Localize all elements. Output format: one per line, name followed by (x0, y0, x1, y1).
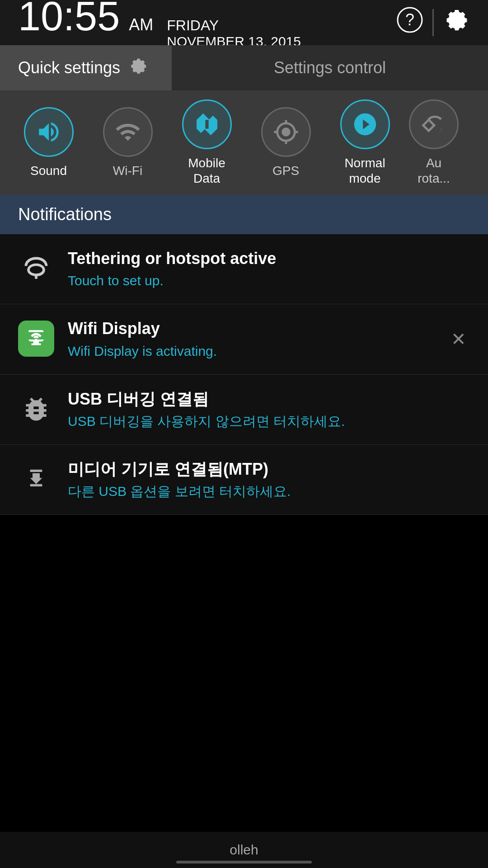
status-divider (432, 9, 434, 36)
mtp-title: 미디어 기기로 연결됨(MTP) (68, 459, 470, 479)
notification-wifi-display[interactable]: Wifi Display Wifi Display is activating.… (0, 304, 488, 374)
tab-quick-label: Quick settings (18, 58, 120, 77)
tethering-text: Tethering or hotspot active Touch to set… (68, 249, 470, 289)
sound-icon-circle (24, 107, 74, 157)
usb-debug-subtitle: USB 디버깅을 사용하지 않으려면 터치하세요. (68, 412, 470, 430)
wifi-display-title: Wifi Display (68, 319, 434, 338)
carrier-name: olleh (230, 842, 258, 858)
tethering-subtitle: Touch to set up. (68, 272, 470, 289)
notification-tethering[interactable]: Tethering or hotspot active Touch to set… (0, 234, 488, 304)
bottom-bar: olleh (0, 832, 488, 868)
wifi-icon-circle (103, 107, 153, 157)
wifi-display-subtitle: Wifi Display is activating. (68, 342, 434, 360)
tab-settings-label: Settings control (274, 58, 386, 77)
notifications-title: Notifications (18, 205, 112, 224)
mtp-text: 미디어 기기로 연결됨(MTP) 다른 USB 옵션을 보려면 터치하세요. (68, 459, 470, 500)
auto-rotate-label: Au rota... (418, 156, 450, 186)
wifi-display-close-button[interactable]: ✕ (447, 325, 470, 353)
tabs: Quick settings Settings control (0, 45, 488, 90)
wifi-display-icon-wrap (18, 321, 54, 357)
time-block: 10:55 AM (18, 0, 153, 37)
toggle-wifi[interactable]: Wi-Fi (93, 107, 163, 179)
auto-rotate-icon-circle (409, 99, 459, 149)
wifi-display-green-icon (18, 321, 54, 357)
tab-quick-settings[interactable]: Quick settings (0, 45, 172, 90)
mobile-data-label: Mobile Data (188, 156, 225, 186)
settings-gear-icon[interactable] (443, 6, 470, 39)
quick-toggles: Sound Wi-Fi Mobile Data (0, 90, 488, 195)
tab-gear-icon (128, 56, 148, 80)
date-block: FRIDAY NOVEMBER 13, 2015 (167, 17, 301, 49)
gps-icon-circle (261, 107, 311, 157)
normal-mode-icon-circle (340, 99, 390, 149)
clock-ampm: AM (129, 15, 153, 34)
svg-text:?: ? (405, 10, 414, 29)
mtp-icon-wrap (18, 461, 54, 497)
mtp-subtitle: 다른 USB 옵션을 보려면 터치하세요. (68, 482, 470, 500)
help-icon[interactable]: ? (396, 6, 423, 39)
status-bar: 10:55 AM FRIDAY NOVEMBER 13, 2015 ? (0, 0, 488, 45)
notification-mtp[interactable]: 미디어 기기로 연결됨(MTP) 다른 USB 옵션을 보려면 터치하세요. (0, 445, 488, 515)
normal-mode-label: Normal mode (344, 156, 385, 186)
sound-label: Sound (30, 163, 67, 179)
notification-usb-debug[interactable]: USB 디버깅 연결됨 USB 디버깅을 사용하지 않으려면 터치하세요. (0, 375, 488, 445)
usb-debug-text: USB 디버깅 연결됨 USB 디버깅을 사용하지 않으려면 터치하세요. (68, 389, 470, 430)
mobile-data-icon-circle (182, 99, 232, 149)
toggle-sound[interactable]: Sound (14, 107, 84, 179)
usb-debug-icon-wrap (18, 391, 54, 427)
day-name: FRIDAY (167, 17, 219, 34)
toggle-gps[interactable]: GPS (251, 107, 321, 179)
notifications-header: Notifications (0, 195, 488, 234)
status-icons: ? (396, 6, 470, 39)
wifi-display-text: Wifi Display Wifi Display is activating. (68, 319, 434, 359)
toggle-auto-rotate[interactable]: Au rota... (409, 99, 459, 186)
toggle-normal-mode[interactable]: Normal mode (330, 99, 400, 186)
wifi-label: Wi-Fi (113, 163, 142, 179)
clock-time: 10:55 (18, 0, 120, 37)
quick-settings-panel: Quick settings Settings control Sound (0, 45, 488, 195)
usb-debug-title: USB 디버깅 연결됨 (68, 389, 470, 409)
toggle-mobile-data[interactable]: Mobile Data (172, 99, 242, 186)
gps-label: GPS (272, 163, 299, 179)
tab-settings-control[interactable]: Settings control (172, 45, 488, 90)
tethering-title: Tethering or hotspot active (68, 249, 470, 268)
navigation-bar-line (176, 861, 312, 863)
tethering-icon-wrap (18, 250, 54, 287)
